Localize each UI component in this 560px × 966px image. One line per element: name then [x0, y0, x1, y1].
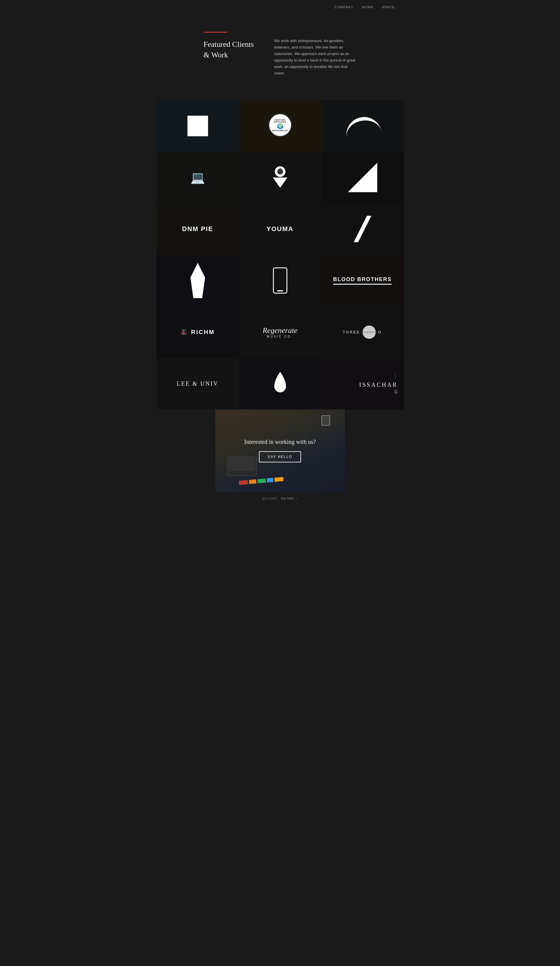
say-hello-button[interactable]: Say Hello: [259, 451, 301, 462]
arc-logo: [343, 114, 381, 138]
book-orange: [249, 479, 256, 484]
svg-rect-7: [273, 268, 287, 293]
drop-logo-icon: [271, 370, 289, 397]
logo-overlay-11: [239, 255, 321, 306]
footer: @purebrla Say hello →: [156, 492, 404, 505]
header-body-text: We work with entrepreneurs, do-gooders, …: [274, 38, 356, 77]
dnm-pie-logo: DNM PIE: [182, 225, 213, 233]
nav-company[interactable]: COMPANY: [334, 5, 353, 9]
lee-univ-logo: LEE & UNIV: [177, 380, 218, 387]
cta-title: Interested in working with us?: [244, 439, 316, 445]
hat-icon: 🎩: [181, 329, 189, 335]
logo-overlay-15: THREE (THOUGHTS) O: [321, 306, 404, 358]
portfolio-item-16[interactable]: LEE & UNIV: [156, 358, 239, 409]
portfolio-item-14[interactable]: Regenerate MUSIC CO.: [239, 306, 321, 358]
blood-brothers-logo: BLOOD BROTHERS: [333, 276, 392, 284]
laptop-screen: [228, 458, 255, 471]
slash-logo-icon: [351, 214, 374, 244]
logo-overlay-7: DNM PIE: [156, 204, 239, 255]
logo-overlay-8: YOUMA: [239, 204, 321, 255]
portfolio-item-17[interactable]: [239, 358, 321, 409]
cta-wrapper: Interested in working with us? Say Hello: [156, 409, 404, 492]
header-section: Featured Clients & Work We work with ent…: [156, 14, 404, 100]
portfolio-item-11[interactable]: [239, 255, 321, 306]
portfolio-item-4[interactable]: 💻: [156, 152, 239, 204]
footer-link[interactable]: Say hello →: [281, 496, 298, 500]
portfolio-item-2[interactable]: SERVING ORPHANS 🌍 WORLDWIDE: [239, 100, 321, 152]
page-title: Featured Clients & Work: [204, 39, 256, 61]
logo-overlay-5: [239, 152, 321, 204]
logo-overlay-14: Regenerate MUSIC CO.: [239, 306, 321, 358]
logo-overlay-13: 🎩 RICHM: [156, 306, 239, 358]
portfolio-item-1[interactable]: [156, 100, 239, 152]
portfolio-item-15[interactable]: THREE (THOUGHTS) O: [321, 306, 404, 358]
main-nav: COMPANY WORK SPACE: [156, 0, 404, 14]
globe-logo: SERVING ORPHANS 🌍 WORLDWIDE: [268, 113, 292, 139]
logo-overlay-6: [321, 152, 404, 204]
cta-image-area[interactable]: Interested in working with us? Say Hello: [215, 409, 345, 492]
book-blue: [267, 478, 273, 482]
nav-work[interactable]: WORK: [362, 5, 373, 9]
lines-icon: ☰: [321, 389, 398, 394]
three-o-text: O: [378, 330, 382, 334]
header-left: Featured Clients & Work: [204, 32, 256, 61]
svg-marker-1: [273, 177, 287, 188]
book-green: [257, 478, 266, 483]
cup-shape: [321, 415, 330, 426]
regenerate-logo: Regenerate MUSIC CO.: [263, 326, 297, 338]
regen-sub-text: MUSIC CO.: [263, 335, 297, 338]
person-pin-icon: [270, 166, 291, 189]
svg-marker-6: [190, 263, 205, 298]
footer-text: @purebrla: [262, 496, 277, 500]
accent-line: [204, 32, 227, 33]
logo-overlay-9: [321, 204, 404, 255]
nav-space[interactable]: SPACE: [382, 5, 395, 9]
white-square-logo: [187, 116, 208, 136]
portfolio-item-6[interactable]: [321, 152, 404, 204]
logo-overlay-4: 💻: [156, 152, 239, 204]
dots-icon: ⋮: [321, 373, 398, 379]
logo-overlay-17: [239, 358, 321, 409]
logo-overlay-18: ⋮ ISSACHAR ☰: [321, 358, 404, 409]
cta-section: Interested in working with us? Say Hello: [215, 409, 345, 492]
logo-overlay-16: LEE & UNIV: [156, 358, 239, 409]
logo-overlay-2: SERVING ORPHANS 🌍 WORLDWIDE: [239, 100, 321, 152]
three-thoughts-logo: THREE (THOUGHTS) O: [343, 325, 382, 339]
portfolio-grid: SERVING ORPHANS 🌍 WORLDWIDE 💻: [156, 100, 404, 409]
razor-logo-icon: [189, 263, 207, 298]
issachar-text: ISSACHAR: [321, 381, 398, 388]
coffee-cup: [321, 415, 330, 426]
book-red: [239, 480, 248, 485]
mobile-logo-icon: [273, 267, 287, 294]
logo-overlay-10: [156, 255, 239, 306]
svg-marker-5: [354, 216, 371, 242]
richmond-logo: 🎩 RICHM: [181, 329, 215, 335]
issachar-logo: ⋮ ISSACHAR ☰: [321, 373, 404, 394]
svg-rect-8: [277, 290, 283, 291]
portfolio-item-9[interactable]: [321, 204, 404, 255]
logo-overlay-3: [321, 100, 404, 152]
richmond-text: RICHM: [191, 329, 215, 335]
three-text: THREE: [343, 330, 360, 334]
laptop-cta: [227, 457, 256, 476]
laptop-logo: 💻: [190, 171, 205, 184]
portfolio-item-13[interactable]: 🎩 RICHM: [156, 306, 239, 358]
thoughts-bubble: (THOUGHTS): [363, 325, 376, 339]
portfolio-item-8[interactable]: YOUMA: [239, 204, 321, 255]
svg-marker-4: [348, 163, 377, 192]
portfolio-item-18[interactable]: ⋮ ISSACHAR ☰: [321, 358, 404, 409]
portfolio-item-5[interactable]: [239, 152, 321, 204]
regen-main-text: Regenerate: [263, 326, 297, 335]
portfolio-item-3[interactable]: [321, 100, 404, 152]
header-description: We work with entrepreneurs, do-gooders, …: [274, 32, 356, 77]
portfolio-item-10[interactable]: [156, 255, 239, 306]
portfolio-item-7[interactable]: DNM PIE: [156, 204, 239, 255]
worldwide-text: WORLDWIDE: [269, 130, 291, 131]
portfolio-item-12[interactable]: BLOOD BROTHERS: [321, 255, 404, 306]
globe-circle: SERVING ORPHANS 🌍 WORLDWIDE: [268, 113, 292, 137]
corner-triangle-icon: [348, 163, 377, 192]
logo-overlay-12: BLOOD BROTHERS: [321, 255, 404, 306]
logo-overlay-1: [156, 100, 239, 152]
serving-text: SERVING ORPHANS: [269, 119, 291, 123]
youma-logo: YOUMA: [267, 225, 294, 233]
